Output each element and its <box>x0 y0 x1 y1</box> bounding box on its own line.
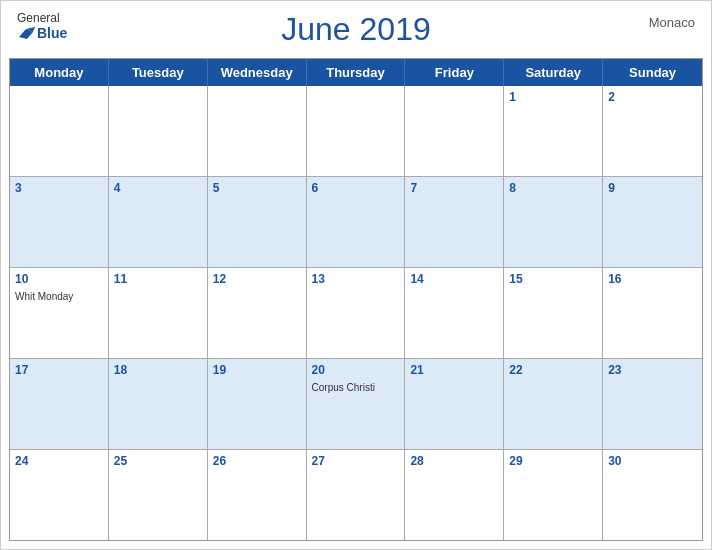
day-number: 22 <box>509 362 597 379</box>
week-row-3: 10Whit Monday111213141516 <box>10 267 702 358</box>
day-cell-1-1 <box>10 86 109 176</box>
day-number: 11 <box>114 271 202 288</box>
day-cell-2-4: 6 <box>307 177 406 267</box>
logo-bird-icon <box>17 27 35 41</box>
day-cell-5-6: 29 <box>504 450 603 540</box>
day-number: 4 <box>114 180 202 197</box>
week-row-2: 3456789 <box>10 176 702 267</box>
header-friday: Friday <box>405 59 504 86</box>
day-number: 23 <box>608 362 697 379</box>
day-number: 28 <box>410 453 498 470</box>
week-row-5: 24252627282930 <box>10 449 702 540</box>
header-wednesday: Wednesday <box>208 59 307 86</box>
weeks-container: 12345678910Whit Monday111213141516171819… <box>10 86 702 540</box>
day-number: 8 <box>509 180 597 197</box>
day-number: 14 <box>410 271 498 288</box>
day-number: 5 <box>213 180 301 197</box>
day-cell-3-5: 14 <box>405 268 504 358</box>
day-cell-5-7: 30 <box>603 450 702 540</box>
day-cell-4-4: 20Corpus Christi <box>307 359 406 449</box>
day-cell-3-1: 10Whit Monday <box>10 268 109 358</box>
header-thursday: Thursday <box>307 59 406 86</box>
day-cell-1-5 <box>405 86 504 176</box>
day-cell-5-4: 27 <box>307 450 406 540</box>
day-cell-4-1: 17 <box>10 359 109 449</box>
day-cell-1-7: 2 <box>603 86 702 176</box>
day-cell-3-6: 15 <box>504 268 603 358</box>
month-title: June 2019 <box>281 11 430 48</box>
day-cell-2-2: 4 <box>109 177 208 267</box>
country-label: Monaco <box>649 15 695 30</box>
day-number: 20 <box>312 362 400 379</box>
day-cell-4-2: 18 <box>109 359 208 449</box>
day-cell-4-7: 23 <box>603 359 702 449</box>
day-cell-3-4: 13 <box>307 268 406 358</box>
day-number: 26 <box>213 453 301 470</box>
day-cell-5-2: 25 <box>109 450 208 540</box>
day-event: Corpus Christi <box>312 381 400 394</box>
day-number: 19 <box>213 362 301 379</box>
day-cell-3-7: 16 <box>603 268 702 358</box>
day-number: 16 <box>608 271 697 288</box>
logo-blue-area: Blue <box>17 25 67 42</box>
day-cell-1-2 <box>109 86 208 176</box>
day-cell-1-4 <box>307 86 406 176</box>
day-cell-2-7: 9 <box>603 177 702 267</box>
day-number: 21 <box>410 362 498 379</box>
day-number: 1 <box>509 89 597 106</box>
header-monday: Monday <box>10 59 109 86</box>
week-row-1: 12 <box>10 86 702 176</box>
day-cell-2-5: 7 <box>405 177 504 267</box>
day-cell-1-3 <box>208 86 307 176</box>
day-headers-row: Monday Tuesday Wednesday Thursday Friday… <box>10 59 702 86</box>
calendar-grid: Monday Tuesday Wednesday Thursday Friday… <box>9 58 703 541</box>
day-number: 27 <box>312 453 400 470</box>
day-number: 17 <box>15 362 103 379</box>
day-number: 24 <box>15 453 103 470</box>
day-cell-2-3: 5 <box>208 177 307 267</box>
calendar-header: General Blue June 2019 Monaco <box>1 1 711 52</box>
day-number: 3 <box>15 180 103 197</box>
day-number: 12 <box>213 271 301 288</box>
day-number: 2 <box>608 89 697 106</box>
day-cell-2-6: 8 <box>504 177 603 267</box>
day-cell-2-1: 3 <box>10 177 109 267</box>
day-number: 10 <box>15 271 103 288</box>
day-number: 25 <box>114 453 202 470</box>
day-number: 6 <box>312 180 400 197</box>
day-number: 15 <box>509 271 597 288</box>
header-saturday: Saturday <box>504 59 603 86</box>
week-row-4: 17181920Corpus Christi212223 <box>10 358 702 449</box>
day-cell-4-3: 19 <box>208 359 307 449</box>
day-cell-3-3: 12 <box>208 268 307 358</box>
header-sunday: Sunday <box>603 59 702 86</box>
calendar-container: General Blue June 2019 Monaco Monday Tue… <box>0 0 712 550</box>
logo-blue-text: Blue <box>37 25 67 42</box>
day-cell-1-6: 1 <box>504 86 603 176</box>
logo-general-text: General <box>17 11 60 25</box>
day-number: 7 <box>410 180 498 197</box>
day-cell-4-5: 21 <box>405 359 504 449</box>
day-number: 18 <box>114 362 202 379</box>
day-cell-5-3: 26 <box>208 450 307 540</box>
header-tuesday: Tuesday <box>109 59 208 86</box>
day-cell-3-2: 11 <box>109 268 208 358</box>
day-event: Whit Monday <box>15 290 103 303</box>
day-cell-4-6: 22 <box>504 359 603 449</box>
day-cell-5-1: 24 <box>10 450 109 540</box>
day-number: 13 <box>312 271 400 288</box>
day-number: 29 <box>509 453 597 470</box>
day-number: 30 <box>608 453 697 470</box>
day-cell-5-5: 28 <box>405 450 504 540</box>
day-number: 9 <box>608 180 697 197</box>
logo: General Blue <box>17 11 67 42</box>
